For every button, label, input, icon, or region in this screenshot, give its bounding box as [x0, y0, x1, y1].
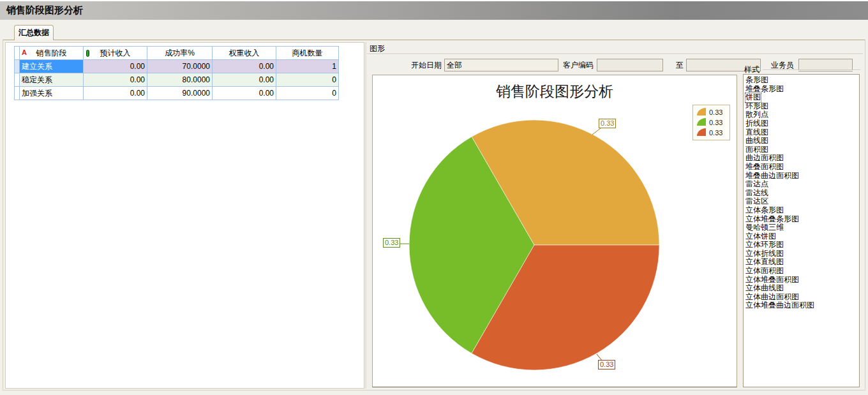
column-header-expected-income[interactable]: 预计收入	[84, 47, 147, 60]
success-rate-cell[interactable]: 90.0000	[147, 87, 213, 100]
legend-swatch-icon	[696, 108, 707, 116]
divider	[763, 70, 860, 71]
style-list-item[interactable]: 雷达点	[745, 180, 858, 189]
style-list-item[interactable]: 堆叠面积图	[745, 163, 858, 172]
style-list-item[interactable]: 立体曲边面积图	[745, 293, 858, 302]
pie-slice-value-label: 0.33	[599, 119, 616, 128]
salesman-label: 业务员	[771, 60, 794, 71]
start-date-label: 开始日期	[411, 60, 442, 71]
weighted-income-cell[interactable]: 0.00	[213, 73, 276, 87]
style-list-item[interactable]: 立体条形图	[745, 206, 858, 215]
style-list-item[interactable]: 散列点	[745, 110, 858, 119]
legend-value: 0.33	[709, 129, 722, 137]
table-row[interactable]: 加强关系 0.00 90.0000 0.00 0	[15, 87, 339, 100]
stage-cell[interactable]: 建立关系	[20, 60, 84, 73]
pie-slices	[409, 120, 659, 370]
panel-splitter[interactable]	[365, 42, 366, 389]
row-indicator-cell	[15, 73, 20, 87]
stage-cell[interactable]: 加强关系	[20, 87, 84, 100]
legend-swatch-icon	[696, 118, 707, 126]
legend-item: 0.33	[696, 108, 727, 116]
window-titlebar: 销售阶段图形分析	[0, 0, 868, 20]
column-header-opportunity-count[interactable]: 商机数量	[276, 47, 339, 60]
style-list-item[interactable]: 曲边面积图	[745, 154, 858, 163]
style-list-item[interactable]: 立体直线图	[745, 258, 858, 267]
opportunity-count-cell[interactable]: 1	[276, 60, 339, 73]
page-title: 销售阶段图形分析	[6, 4, 83, 17]
expected-income-cell[interactable]: 0.00	[84, 73, 147, 87]
style-list-item[interactable]: 折线图	[745, 119, 858, 128]
style-list-item[interactable]: 面积图	[745, 145, 858, 154]
tab-summary-data[interactable]: 汇总数据	[14, 25, 54, 40]
tab-page: A 销售阶段 预计收入 成功率% 权重收入 商机数量	[3, 40, 865, 391]
customer-code-label: 客户编码	[563, 60, 594, 71]
style-list-item[interactable]: 曲线图	[745, 137, 858, 145]
style-list-item[interactable]: 立体环形图	[745, 241, 858, 250]
legend-item: 0.33	[696, 128, 727, 137]
legend-value: 0.33	[709, 108, 722, 116]
graph-panel: 图形 开始日期 客户编码 至 业务员 销售阶段图形分析 0.33 0.33 0.…	[367, 42, 864, 389]
pie-chart-svg[interactable]	[373, 75, 738, 388]
to-label: 至	[676, 60, 684, 71]
pie-label-leader	[592, 128, 601, 135]
pie-slice-value-label: 0.33	[598, 360, 615, 369]
pie-slice-value-label: 0.33	[383, 238, 400, 248]
weighted-income-cell[interactable]: 0.00	[213, 60, 276, 73]
success-rate-cell[interactable]: 80.0000	[147, 73, 213, 87]
table-row[interactable]: 建立关系 0.00 70.0000 0.00 1	[15, 60, 339, 73]
style-list-item[interactable]: 立体堆叠条形图	[745, 215, 858, 224]
summary-table-panel: A 销售阶段 预计收入 成功率% 权重收入 商机数量	[5, 42, 364, 389]
weighted-income-cell[interactable]: 0.00	[213, 87, 276, 100]
start-date-input[interactable]	[444, 59, 558, 71]
style-list-item[interactable]: 立体堆叠曲边面积图	[745, 301, 858, 310]
style-list-item[interactable]: 堆叠曲边面积图	[745, 172, 858, 181]
customer-code-input[interactable]	[597, 59, 663, 71]
style-list-item[interactable]: 立体面积图	[745, 267, 858, 276]
chart-style-list: 条形图 堆叠条形图 饼图 环形图 散列点 折线图 直线图 曲线图 面积图 曲边面…	[743, 74, 860, 387]
table-header-row: A 销售阶段 预计收入 成功率% 权重收入 商机数量	[15, 47, 339, 60]
style-list-item[interactable]: 立体折线图	[745, 250, 858, 258]
style-list-item[interactable]: 雷达线	[745, 189, 858, 198]
chart-legend: 0.33 0.33 0.33	[692, 105, 730, 140]
column-header-weighted-income[interactable]: 权重收入	[213, 47, 276, 60]
column-header-success-rate[interactable]: 成功率%	[147, 47, 213, 60]
opportunity-count-cell[interactable]: 0	[276, 87, 339, 100]
tab-label: 汇总数据	[19, 28, 49, 37]
style-list-item-selected[interactable]: 饼图	[745, 93, 858, 102]
red-letter-A-icon: A	[22, 48, 27, 57]
legend-item: 0.33	[696, 118, 727, 126]
green-pill-icon	[86, 50, 89, 57]
legend-swatch-icon	[696, 128, 707, 137]
legend-value: 0.33	[709, 119, 722, 126]
style-list-item[interactable]: 直线图	[745, 128, 858, 137]
row-indicator-header	[15, 47, 20, 60]
style-list-item[interactable]: 曼哈顿三维	[745, 223, 858, 232]
row-indicator-cell	[15, 87, 20, 100]
style-list-item[interactable]: 堆叠条形图	[745, 85, 858, 94]
column-header-stage[interactable]: A 销售阶段	[20, 47, 84, 60]
stage-cell[interactable]: 稳定关系	[20, 73, 84, 87]
style-list-item[interactable]: 环形图	[745, 102, 858, 111]
style-list-item[interactable]: 立体曲线图	[745, 284, 858, 293]
style-list-item[interactable]: 立体饼图	[745, 232, 858, 241]
opportunity-count-cell[interactable]: 0	[276, 73, 339, 87]
style-list-item[interactable]: 立体堆叠面积图	[745, 276, 858, 285]
sales-stage-table: A 销售阶段 预计收入 成功率% 权重收入 商机数量	[14, 46, 339, 100]
style-list-item[interactable]: 条形图	[745, 76, 858, 85]
style-list-item[interactable]: 雷达区	[745, 197, 858, 206]
graph-panel-caption: 图形	[370, 43, 385, 54]
expected-income-cell[interactable]: 0.00	[84, 87, 147, 100]
divider	[367, 54, 863, 55]
table-row[interactable]: 稳定关系 0.00 80.0000 0.00 0	[15, 73, 339, 87]
row-indicator-cell	[15, 60, 20, 73]
expected-income-cell[interactable]: 0.00	[84, 60, 147, 73]
pie-chart-area: 销售阶段图形分析 0.33 0.33 0.33 0.33 0.33	[372, 75, 737, 387]
success-rate-cell[interactable]: 70.0000	[147, 60, 213, 73]
